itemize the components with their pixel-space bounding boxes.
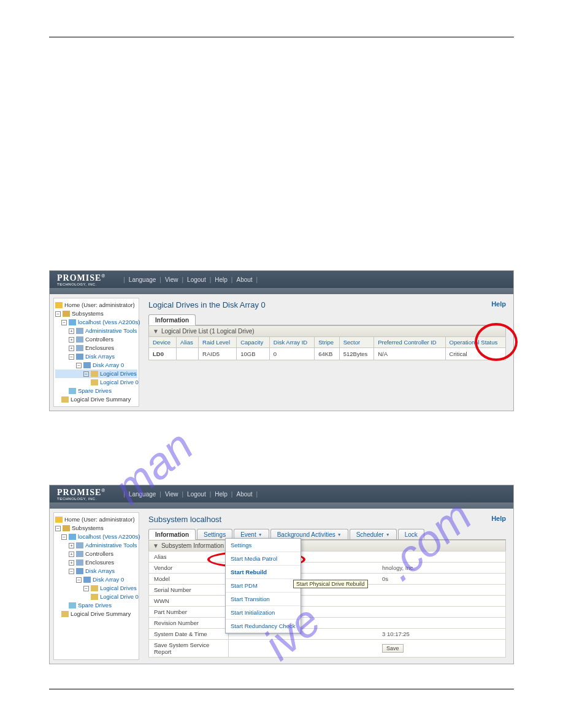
tab-lock[interactable]: Lock: [398, 529, 424, 539]
col-status[interactable]: Operational Status: [445, 337, 505, 348]
home-icon: [55, 517, 63, 523]
tree-admin-tools[interactable]: +Administrative Tools: [55, 541, 137, 550]
collapse-icon[interactable]: −: [83, 371, 89, 377]
collapse-icon[interactable]: −: [69, 354, 74, 360]
save-button[interactable]: Save: [382, 644, 404, 653]
menu-item-start-rebuild[interactable]: Start Rebuild: [226, 566, 301, 579]
collapse-icon[interactable]: −: [61, 534, 67, 540]
tree-host[interactable]: −localhost (Vess A2200s): [55, 533, 137, 541]
menu-item-start-initialization[interactable]: Start Initialization: [226, 606, 301, 620]
chevron-down-icon: ▼: [386, 533, 390, 537]
tree-disk-arrays[interactable]: −Disk Arrays: [55, 352, 137, 361]
col-capacity[interactable]: Capacity: [237, 337, 270, 348]
disk-arrays-icon: [76, 354, 83, 360]
col-diskarray-id[interactable]: Disk Array ID: [269, 337, 314, 348]
collapse-icon[interactable]: −: [55, 311, 61, 317]
row-rev: Revision Number: [149, 618, 506, 629]
tree-logical-drive-0[interactable]: Logical Drive 0: [55, 378, 137, 387]
expand-icon[interactable]: +: [69, 337, 74, 343]
help-link[interactable]: Help: [491, 515, 506, 524]
table-row[interactable]: LD0 RAID5 10GB 0 64KB 512Bytes N/A Criti…: [149, 348, 506, 360]
tab-scheduler[interactable]: Scheduler▼: [350, 529, 397, 539]
collapse-icon[interactable]: −: [61, 320, 67, 325]
row-vendor: Vendorhnology, Inc.: [149, 563, 506, 574]
logical-drive-table: Device Alias Raid Level Capacity Disk Ar…: [148, 336, 506, 360]
home-icon: [55, 302, 63, 308]
tree-disk-array-0[interactable]: −Disk Array 0: [55, 575, 137, 584]
tab-information[interactable]: Information: [148, 314, 196, 325]
menu-about[interactable]: About: [236, 276, 252, 283]
tree-admin-tools[interactable]: +Administrative Tools: [55, 327, 137, 335]
cell-device[interactable]: LD0: [149, 348, 177, 360]
menu-view[interactable]: View: [165, 491, 178, 498]
collapse-icon[interactable]: −: [55, 526, 61, 531]
collapse-icon[interactable]: −: [76, 363, 82, 368]
tree-subsystems[interactable]: −Subsystems: [55, 309, 137, 318]
subsystem-info-table: Alias Vendorhnology, Inc. Model0s Serial…: [148, 551, 506, 658]
collapse-icon[interactable]: −: [83, 586, 89, 591]
ld-summary-icon: [61, 611, 69, 617]
tree-home[interactable]: Home (User: administrator): [55, 301, 137, 309]
tab-information[interactable]: Information: [148, 529, 196, 540]
cell-capacity: 10GB: [237, 348, 270, 360]
col-device[interactable]: Device: [149, 337, 177, 348]
triangle-down-icon: ▼: [153, 328, 159, 335]
tree-spare-drives[interactable]: Spare Drives: [55, 601, 137, 610]
tree-disk-array-0[interactable]: −Disk Array 0: [55, 361, 137, 370]
tree-controllers[interactable]: +Controllers: [55, 335, 137, 344]
logical-drive-icon: [91, 594, 98, 600]
nav-tree: Home (User: administrator) −Subsystems −…: [53, 298, 139, 407]
tree-home[interactable]: Home (User: administrator): [55, 515, 137, 524]
col-alias[interactable]: Alias: [177, 337, 199, 348]
disk-array-icon: [83, 577, 91, 583]
tree-logical-drives[interactable]: −Logical Drives: [55, 584, 137, 593]
tree-logical-drives[interactable]: −Logical Drives: [55, 370, 137, 378]
tree-spare-drives[interactable]: Spare Drives: [55, 387, 137, 395]
row-part: Part Number: [149, 607, 506, 618]
expand-icon[interactable]: +: [69, 346, 74, 351]
expand-icon[interactable]: +: [69, 328, 74, 334]
col-stripe[interactable]: Stripe: [315, 337, 340, 348]
menu-about[interactable]: About: [236, 491, 252, 498]
collapse-icon[interactable]: −: [76, 577, 82, 583]
menu-help[interactable]: Help: [215, 491, 228, 498]
menu-item-start-media-patrol[interactable]: Start Media Patrol: [226, 552, 301, 566]
col-raid[interactable]: Raid Level: [199, 337, 237, 348]
tree-disk-arrays[interactable]: −Disk Arrays: [55, 567, 137, 575]
section-header[interactable]: ▼Logical Drive List (1 Logical Drive): [148, 325, 506, 336]
tree-controllers[interactable]: +Controllers: [55, 550, 137, 558]
menu-item-start-transition[interactable]: Start Transition: [226, 593, 301, 606]
logical-drives-icon: [91, 371, 98, 377]
menu-view[interactable]: View: [165, 276, 178, 283]
expand-icon[interactable]: +: [69, 543, 74, 548]
page-title: Logical Drives in the Disk Array 0 Help: [148, 300, 506, 309]
expand-icon[interactable]: +: [69, 560, 74, 566]
menu-logout[interactable]: Logout: [187, 491, 206, 498]
tree-enclosures[interactable]: +Enclosures: [55, 344, 137, 352]
row-wwn: WWN: [149, 596, 506, 607]
tree-host[interactable]: −localhost (Vess A2200s): [55, 318, 137, 327]
section-header[interactable]: ▼Subsystem Information: [148, 540, 506, 551]
tree-enclosures[interactable]: +Enclosures: [55, 558, 137, 567]
tree-ld-summary[interactable]: Logical Drive Summary: [55, 395, 137, 404]
triangle-down-icon: ▼: [153, 542, 159, 549]
menu-language[interactable]: Language: [129, 276, 156, 283]
logical-drives-icon: [91, 585, 98, 591]
tree-logical-drive-0[interactable]: Logical Drive 0: [55, 593, 137, 601]
menu-language[interactable]: Language: [129, 491, 156, 498]
menu-item-settings[interactable]: Settings: [226, 539, 301, 552]
help-link[interactable]: Help: [491, 300, 506, 309]
expand-icon[interactable]: +: [69, 552, 74, 557]
menu-item-start-pdm[interactable]: Start PDM: [226, 579, 301, 593]
tree-ld-summary[interactable]: Logical Drive Summary: [55, 610, 137, 618]
menu-help[interactable]: Help: [215, 276, 228, 283]
collapse-icon[interactable]: −: [69, 569, 74, 574]
menu-item-start-redundancy-check[interactable]: Start Redundancy Check: [226, 620, 301, 633]
cell-raid: RAID5: [199, 348, 237, 360]
ld-summary-icon: [61, 396, 69, 403]
tree-subsystems[interactable]: −Subsystems: [55, 524, 137, 533]
menu-logout[interactable]: Logout: [187, 276, 206, 283]
col-controller[interactable]: Preferred Controller ID: [374, 337, 445, 348]
folder-icon: [63, 311, 70, 317]
col-sector[interactable]: Sector: [339, 337, 373, 348]
